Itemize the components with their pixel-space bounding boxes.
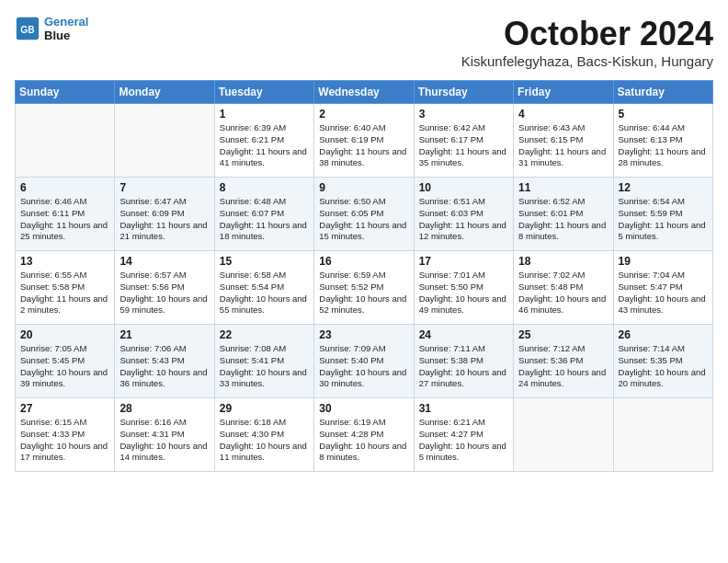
calendar-cell: 4Sunrise: 6:43 AM Sunset: 6:15 PM Daylig…	[514, 104, 613, 178]
cell-info: Sunrise: 6:48 AM Sunset: 6:07 PM Dayligh…	[220, 196, 309, 243]
cell-info: Sunrise: 6:57 AM Sunset: 5:56 PM Dayligh…	[119, 270, 209, 316]
svg-text:GB: GB	[20, 25, 34, 35]
calendar-cell: 17Sunrise: 7:01 AM Sunset: 5:50 PM Dayli…	[414, 251, 513, 325]
cell-info: Sunrise: 6:18 AM Sunset: 4:30 PM Dayligh…	[220, 417, 309, 464]
cell-info: Sunrise: 7:01 AM Sunset: 5:50 PM Dayligh…	[419, 270, 508, 316]
cell-info: Sunrise: 7:12 AM Sunset: 5:36 PM Dayligh…	[518, 343, 608, 390]
logo-icon: GB	[15, 16, 40, 41]
cell-info: Sunrise: 6:42 AM Sunset: 6:17 PM Dayligh…	[419, 122, 508, 169]
page-header: GB General Blue October 2024 Kiskunfeleg…	[15, 15, 713, 69]
cell-info: Sunrise: 7:14 AM Sunset: 5:35 PM Dayligh…	[619, 343, 708, 390]
day-number: 22	[220, 328, 309, 341]
week-row-3: 13Sunrise: 6:55 AM Sunset: 5:58 PM Dayli…	[16, 251, 713, 325]
calendar-cell: 11Sunrise: 6:52 AM Sunset: 6:01 PM Dayli…	[514, 178, 613, 251]
day-number: 14	[119, 255, 209, 268]
day-number: 2	[319, 108, 408, 121]
month-title: October 2024	[461, 15, 713, 53]
calendar-cell: 23Sunrise: 7:09 AM Sunset: 5:40 PM Dayli…	[314, 325, 414, 398]
calendar-cell	[115, 104, 214, 178]
day-number: 13	[20, 255, 109, 268]
calendar-cell	[16, 104, 115, 178]
cell-info: Sunrise: 6:44 AM Sunset: 6:13 PM Dayligh…	[619, 122, 708, 169]
day-number: 24	[419, 328, 508, 341]
calendar-cell: 27Sunrise: 6:15 AM Sunset: 4:33 PM Dayli…	[16, 398, 115, 472]
calendar-cell: 19Sunrise: 7:04 AM Sunset: 5:47 PM Dayli…	[613, 251, 712, 325]
logo: GB General Blue	[15, 15, 88, 42]
weekday-header-wednesday: Wednesday	[314, 81, 414, 104]
cell-info: Sunrise: 6:55 AM Sunset: 5:58 PM Dayligh…	[20, 270, 109, 316]
day-number: 3	[419, 108, 508, 121]
weekday-header-sunday: Sunday	[16, 81, 115, 104]
day-number: 10	[419, 181, 508, 194]
calendar-cell: 14Sunrise: 6:57 AM Sunset: 5:56 PM Dayli…	[115, 251, 214, 325]
cell-info: Sunrise: 6:40 AM Sunset: 6:19 PM Dayligh…	[319, 122, 408, 169]
day-number: 8	[220, 181, 309, 194]
cell-info: Sunrise: 6:43 AM Sunset: 6:15 PM Dayligh…	[518, 122, 608, 169]
calendar-cell: 21Sunrise: 7:06 AM Sunset: 5:43 PM Dayli…	[115, 325, 214, 398]
weekday-header-friday: Friday	[514, 81, 613, 104]
calendar-cell: 6Sunrise: 6:46 AM Sunset: 6:11 PM Daylig…	[16, 178, 115, 251]
weekday-header-saturday: Saturday	[613, 81, 712, 104]
calendar-cell: 28Sunrise: 6:16 AM Sunset: 4:31 PM Dayli…	[115, 398, 214, 472]
day-number: 21	[119, 328, 209, 341]
day-number: 7	[119, 181, 209, 194]
calendar-cell: 29Sunrise: 6:18 AM Sunset: 4:30 PM Dayli…	[214, 398, 313, 472]
cell-info: Sunrise: 6:50 AM Sunset: 6:05 PM Dayligh…	[319, 196, 408, 243]
calendar-cell: 18Sunrise: 7:02 AM Sunset: 5:48 PM Dayli…	[514, 251, 613, 325]
cell-info: Sunrise: 6:46 AM Sunset: 6:11 PM Dayligh…	[20, 196, 109, 243]
logo-text: General Blue	[44, 15, 88, 42]
weekday-header-row: SundayMondayTuesdayWednesdayThursdayFrid…	[16, 81, 713, 104]
cell-info: Sunrise: 6:51 AM Sunset: 6:03 PM Dayligh…	[419, 196, 508, 243]
calendar-cell: 10Sunrise: 6:51 AM Sunset: 6:03 PM Dayli…	[414, 178, 513, 251]
day-number: 1	[220, 108, 309, 121]
day-number: 26	[619, 328, 708, 341]
cell-info: Sunrise: 7:05 AM Sunset: 5:45 PM Dayligh…	[20, 343, 109, 390]
calendar-cell: 3Sunrise: 6:42 AM Sunset: 6:17 PM Daylig…	[414, 104, 513, 178]
day-number: 12	[619, 181, 708, 194]
cell-info: Sunrise: 7:11 AM Sunset: 5:38 PM Dayligh…	[419, 343, 508, 390]
calendar-cell	[514, 398, 613, 472]
calendar-cell: 13Sunrise: 6:55 AM Sunset: 5:58 PM Dayli…	[16, 251, 115, 325]
calendar-cell: 31Sunrise: 6:21 AM Sunset: 4:27 PM Dayli…	[414, 398, 513, 472]
day-number: 31	[419, 402, 508, 415]
calendar-cell: 2Sunrise: 6:40 AM Sunset: 6:19 PM Daylig…	[314, 104, 414, 178]
calendar-table: SundayMondayTuesdayWednesdayThursdayFrid…	[15, 80, 713, 472]
calendar-cell: 20Sunrise: 7:05 AM Sunset: 5:45 PM Dayli…	[16, 325, 115, 398]
week-row-5: 27Sunrise: 6:15 AM Sunset: 4:33 PM Dayli…	[16, 398, 713, 472]
cell-info: Sunrise: 6:15 AM Sunset: 4:33 PM Dayligh…	[20, 417, 109, 464]
calendar-cell: 15Sunrise: 6:58 AM Sunset: 5:54 PM Dayli…	[214, 251, 313, 325]
cell-info: Sunrise: 6:52 AM Sunset: 6:01 PM Dayligh…	[518, 196, 608, 243]
cell-info: Sunrise: 7:04 AM Sunset: 5:47 PM Dayligh…	[619, 270, 708, 316]
day-number: 6	[20, 181, 109, 194]
weekday-header-thursday: Thursday	[414, 81, 513, 104]
calendar-cell: 7Sunrise: 6:47 AM Sunset: 6:09 PM Daylig…	[115, 178, 214, 251]
calendar-cell: 5Sunrise: 6:44 AM Sunset: 6:13 PM Daylig…	[613, 104, 712, 178]
cell-info: Sunrise: 6:54 AM Sunset: 5:59 PM Dayligh…	[619, 196, 708, 243]
day-number: 25	[518, 328, 608, 341]
day-number: 16	[319, 255, 408, 268]
day-number: 11	[518, 181, 608, 194]
day-number: 9	[319, 181, 408, 194]
week-row-1: 1Sunrise: 6:39 AM Sunset: 6:21 PM Daylig…	[16, 104, 713, 178]
day-number: 23	[319, 328, 408, 341]
location-subtitle: Kiskunfelegyhaza, Bacs-Kiskun, Hungary	[461, 53, 713, 69]
calendar-cell: 22Sunrise: 7:08 AM Sunset: 5:41 PM Dayli…	[214, 325, 313, 398]
cell-info: Sunrise: 6:58 AM Sunset: 5:54 PM Dayligh…	[220, 270, 309, 316]
calendar-cell	[613, 398, 712, 472]
cell-info: Sunrise: 7:09 AM Sunset: 5:40 PM Dayligh…	[319, 343, 408, 390]
cell-info: Sunrise: 7:08 AM Sunset: 5:41 PM Dayligh…	[220, 343, 309, 390]
day-number: 18	[518, 255, 608, 268]
cell-info: Sunrise: 6:19 AM Sunset: 4:28 PM Dayligh…	[319, 417, 408, 464]
day-number: 19	[619, 255, 708, 268]
calendar-cell: 1Sunrise: 6:39 AM Sunset: 6:21 PM Daylig…	[214, 104, 313, 178]
title-block: October 2024 Kiskunfelegyhaza, Bacs-Kisk…	[461, 15, 713, 69]
week-row-2: 6Sunrise: 6:46 AM Sunset: 6:11 PM Daylig…	[16, 178, 713, 251]
calendar-cell: 16Sunrise: 6:59 AM Sunset: 5:52 PM Dayli…	[314, 251, 414, 325]
day-number: 30	[319, 402, 408, 415]
calendar-cell: 9Sunrise: 6:50 AM Sunset: 6:05 PM Daylig…	[314, 178, 414, 251]
calendar-cell: 30Sunrise: 6:19 AM Sunset: 4:28 PM Dayli…	[314, 398, 414, 472]
cell-info: Sunrise: 7:02 AM Sunset: 5:48 PM Dayligh…	[518, 270, 608, 316]
day-number: 17	[419, 255, 508, 268]
calendar-cell: 12Sunrise: 6:54 AM Sunset: 5:59 PM Dayli…	[613, 178, 712, 251]
day-number: 29	[220, 402, 309, 415]
